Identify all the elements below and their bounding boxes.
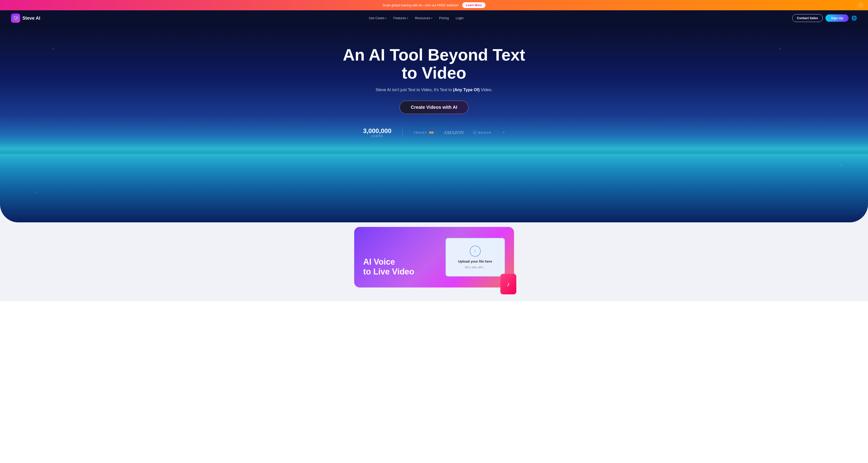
stat-divider: [402, 127, 403, 138]
plus-decoration-left: +: [35, 190, 37, 195]
top-banner: Scale global training with AI—Join our F…: [0, 0, 868, 10]
upload-label: Upload your file here: [458, 259, 492, 263]
card-text: AI Voice to Live Video: [363, 257, 414, 277]
nav-item-resources[interactable]: Resources ▾: [412, 15, 435, 22]
feature-card: AI Voice to Live Video ↑ Upload your fil…: [354, 227, 514, 288]
feature-card-wrapper: AI Voice to Live Video ↑ Upload your fil…: [0, 222, 868, 288]
hero-title: An AI Tool Beyond Text to Video: [343, 46, 525, 82]
brand-amazon: amazon: [444, 129, 464, 136]
nav-item-features[interactable]: Features ▾: [391, 15, 411, 22]
navbar: 🔮 Steve AI Use Cases ▾ Features ▾ Resour…: [0, 10, 868, 26]
plus-decoration-top-right: +: [839, 163, 842, 168]
nav-actions: Contact Sales Sign Up 🌐: [792, 14, 857, 22]
logo-text: Steve AI: [22, 16, 40, 21]
hero-section: An AI Tool Beyond Text to Video Steve AI…: [0, 26, 868, 154]
brand-bosch: ⊕ BOSCH: [473, 131, 491, 135]
card-title: AI Voice to Live Video: [363, 257, 414, 277]
logo[interactable]: 🔮 Steve AI: [11, 13, 40, 23]
nav-item-login[interactable]: Login: [453, 15, 466, 22]
stats-row: 3,000,000 USERS TRUIST HD amazon ⊕ BOSCH…: [359, 127, 510, 138]
hero-subtitle: Steve AI isn't just Text to Video, it's …: [376, 88, 492, 92]
nav-item-pricing[interactable]: Pricing: [436, 15, 452, 22]
sign-up-button[interactable]: Sign Up: [826, 15, 848, 22]
nav-item-use-cases[interactable]: Use Cases ▾: [366, 15, 389, 22]
banner-close-button[interactable]: ×: [858, 2, 863, 8]
pink-music-element: ♪: [500, 274, 516, 294]
user-count-label: USERS: [363, 135, 392, 138]
globe-icon[interactable]: 🌐: [851, 15, 857, 21]
user-count-number: 3,000,000: [363, 127, 392, 135]
logo-icon: 🔮: [11, 13, 20, 23]
bottom-section: + + AI Voice to Live Video ↑ Upload your…: [0, 154, 868, 301]
chevron-down-icon: ▾: [431, 17, 432, 20]
upload-icon: ↑: [470, 246, 481, 257]
contact-sales-button[interactable]: Contact Sales: [792, 14, 823, 22]
brand-truist: TRUIST HD: [413, 131, 434, 134]
learn-more-button[interactable]: Learn More: [462, 2, 486, 8]
chevron-down-icon: ▾: [407, 17, 408, 20]
banner-text: Scale global training with AI—Join our F…: [382, 3, 459, 7]
plus-decoration-right: +: [502, 130, 505, 135]
upload-subtext: MP3, WAV, MP4...: [465, 266, 485, 269]
brand-logos: TRUIST HD amazon ⊕ BOSCH: [413, 129, 491, 136]
user-count-block: 3,000,000 USERS: [363, 127, 392, 138]
hero-bottom-gradient: + +: [0, 154, 868, 222]
nav-links: Use Cases ▾ Features ▾ Resources ▾ Prici…: [366, 15, 466, 22]
create-videos-button[interactable]: Create Videos with AI: [399, 100, 469, 114]
chevron-down-icon: ▾: [385, 17, 386, 20]
upload-box[interactable]: ↑ Upload your file here MP3, WAV, MP4...: [445, 238, 505, 277]
